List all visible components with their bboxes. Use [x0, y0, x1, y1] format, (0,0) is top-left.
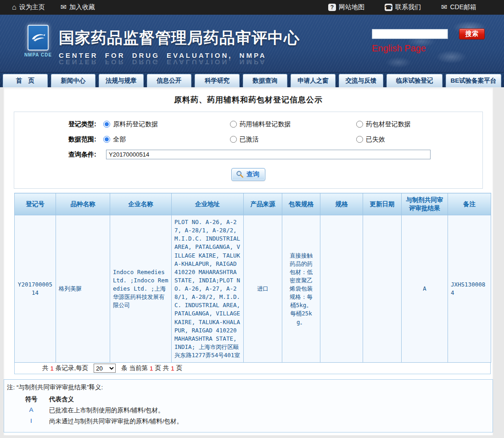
sitemap-label: 网站地图: [339, 3, 364, 11]
radio-activated[interactable]: [230, 136, 237, 143]
nav-tab-home[interactable]: 首 页: [3, 74, 48, 87]
legend-meaning-a: 已批准在上市制剂使用的原料/辅料/包材。: [49, 406, 164, 415]
contact-link[interactable]: ☎ 联系我们: [385, 3, 421, 11]
radio-option-activated[interactable]: 已激活: [230, 135, 356, 144]
radio-all-label: 全部: [113, 135, 126, 144]
col-header-packaging: 包装规格: [282, 193, 320, 215]
radio-api-data-label: 原料药登记数据: [113, 120, 158, 129]
nav-tab-be-platform[interactable]: BE试验备案平台: [446, 74, 501, 87]
site-title-english-reflection: CENTER FOR DRUG EVALUATION, NMPA: [59, 59, 300, 66]
nav-tab-disclosure[interactable]: 信息公开: [147, 74, 192, 87]
col-header-source: 产品来源: [244, 193, 282, 215]
legend-symbol-a: A: [21, 406, 42, 415]
set-homepage-link[interactable]: ⌂ 设为主页: [12, 3, 45, 11]
question-icon: ?: [328, 4, 336, 11]
sitemap-link[interactable]: ? 网站地图: [328, 3, 364, 11]
pager-total-records: 1: [50, 365, 54, 372]
legend-notes: 注: “与制剂共同审评审批结果”释义: 符号 代表含义 A 已批准在上市制剂使用…: [4, 379, 493, 432]
site-search-input[interactable]: [372, 29, 448, 39]
page-size-select[interactable]: 20: [94, 364, 116, 373]
pager-records-label: 条记录,每页: [56, 364, 88, 372]
pager-unit-label: 条 当前第: [121, 364, 148, 372]
site-logo[interactable]: NMPA CDE: [22, 25, 54, 57]
site-search-button[interactable]: 搜索: [459, 28, 485, 39]
col-header-remark: 备注: [448, 193, 491, 215]
radio-api-data[interactable]: [103, 121, 110, 128]
cde-logo-icon: [28, 25, 49, 51]
nav-tab-science[interactable]: 科学研究: [195, 74, 240, 87]
add-favorite-link[interactable]: ✉ 加入收藏: [61, 3, 95, 11]
query-submit-button[interactable]: 查询: [231, 168, 265, 181]
main-content: 原料药、药用辅料和药包材登记信息公示 登记类型: 原料药登记数据 药用辅料登记数…: [4, 87, 493, 435]
radio-packaging-data[interactable]: [356, 121, 363, 128]
phone-icon: ☎: [385, 4, 392, 11]
results-table: 登记号 品种名称 企业名称 企业地址 产品来源 包装规格 规格 更新日期 与制剂…: [14, 193, 491, 363]
cell-review-result: A: [402, 215, 448, 363]
legend-row-i: I 尚未通过与制剂共同审评审批的原料/辅料/包材。: [7, 417, 488, 426]
radio-option-api-data[interactable]: 原料药登记数据: [103, 120, 230, 129]
nav-tab-regulations[interactable]: 法规与规章: [99, 74, 144, 87]
radio-option-expired[interactable]: 已失效: [356, 135, 482, 144]
pagination-bar: 共 1 条记录,每页 20 条 当前第 1 页 共 1 页: [14, 363, 491, 374]
query-condition-input[interactable]: [106, 150, 431, 159]
legend-row-a: A 已批准在上市制剂使用的原料/辅料/包材。: [7, 406, 488, 415]
table-header-row: 登记号 品种名称 企业名称 企业地址 产品来源 包装规格 规格 更新日期 与制剂…: [15, 193, 491, 215]
pager-total-prefix: 共: [42, 364, 49, 372]
nav-tab-news[interactable]: 新闻中心: [51, 74, 96, 87]
pager-pages-label: 页: [176, 364, 183, 372]
cell-packaging: 直接接触药品的药包材：低密度聚乙烯袋包装规格：每桶5kg。每桶25kg。: [282, 215, 320, 363]
cell-update-date: [363, 215, 402, 363]
logo-caption: NMPA CDE: [22, 52, 54, 57]
query-submit-label: 查询: [246, 170, 259, 179]
radio-all[interactable]: [103, 136, 110, 143]
radio-packaging-data-label: 药包材登记数据: [366, 120, 411, 129]
nav-tab-applicant-window[interactable]: 申请人之窗: [291, 74, 336, 87]
radio-option-all[interactable]: 全部: [103, 135, 230, 144]
radio-excipient-data[interactable]: [230, 121, 237, 128]
add-favorite-label: 加入收藏: [69, 3, 95, 11]
cell-product-name: 格列美脲: [56, 215, 110, 363]
col-header-company-name: 企业名称: [110, 193, 172, 215]
radio-option-packaging-data[interactable]: 药包材登记数据: [356, 120, 482, 129]
cell-company-name: Indoco Remedies Ltd. ;Indoco Remedies Lt…: [110, 215, 172, 363]
radio-expired[interactable]: [356, 136, 363, 143]
magnifier-icon: [235, 170, 244, 179]
col-header-reg-no: 登记号: [15, 193, 56, 215]
pager-page-label: 页 共: [155, 364, 169, 372]
cell-source: 进口: [244, 215, 282, 363]
swoosh-logo-graphic: [30, 29, 46, 46]
legend-col-symbol: 符号: [21, 395, 42, 404]
radio-option-excipient-data[interactable]: 药用辅料登记数据: [230, 120, 356, 129]
site-title-english: CENTER FOR DRUG EVALUATION, NMPA: [59, 51, 300, 59]
top-utility-bar: ⌂ 设为主页 ✉ 加入收藏 ? 网站地图 ☎ 联系我们 ✉ CDE邮箱: [0, 0, 504, 15]
cell-reg-no: Y20170000514: [15, 215, 56, 363]
envelope-icon: ✉: [441, 4, 447, 11]
query-condition-label: 查询条件:: [68, 151, 106, 159]
radio-expired-label: 已失效: [366, 135, 385, 144]
legend-title: 注: “与制剂共同审评审批结果”释义:: [7, 383, 488, 392]
cell-remark: JXHS1300084: [448, 215, 491, 363]
page-title: 原料药、药用辅料和药包材登记信息公示: [4, 87, 493, 112]
data-scope-label: 数据范围:: [68, 135, 103, 144]
radio-excipient-data-label: 药用辅料登记数据: [240, 120, 291, 129]
query-form-panel: 登记类型: 原料药登记数据 药用辅料登记数据 药包材登记数据 数据范围: 全部: [14, 112, 483, 189]
home-icon: ⌂: [12, 4, 17, 11]
cde-mail-link[interactable]: ✉ CDE邮箱: [441, 3, 476, 11]
col-header-spec: 规格: [320, 193, 363, 215]
nav-tab-data-query[interactable]: 数据查询: [243, 74, 288, 87]
main-navigation: 首 页 新闻中心 法规与规章 信息公开 科学研究 数据查询 申请人之窗 交流与反…: [0, 73, 504, 87]
nav-tab-clinical-trial-registry[interactable]: 临床试验登记: [386, 74, 442, 87]
cell-company-address: PLOT NO. A-26, A-27, A-28/1, A-28/2, M.I…: [172, 215, 244, 363]
english-page-link[interactable]: English Page: [372, 43, 426, 54]
legend-header: 符号 代表含义: [7, 395, 488, 404]
col-header-update-date: 更新日期: [363, 193, 402, 215]
pager-total-pages: 1: [171, 365, 174, 372]
col-header-review-result: 与制剂共同审评审批结果: [402, 193, 448, 215]
reg-type-row: 登记类型: 原料药登记数据 药用辅料登记数据 药包材登记数据: [14, 117, 482, 132]
col-header-product-name: 品种名称: [56, 193, 110, 215]
bookmark-envelope-icon: ✉: [61, 4, 67, 11]
nav-tab-feedback[interactable]: 交流与反馈: [339, 74, 384, 87]
table-row: Y20170000514 格列美脲 Indoco Remedies Ltd. ;…: [15, 215, 491, 363]
set-homepage-label: 设为主页: [19, 3, 45, 11]
legend-symbol-i: I: [21, 417, 42, 426]
